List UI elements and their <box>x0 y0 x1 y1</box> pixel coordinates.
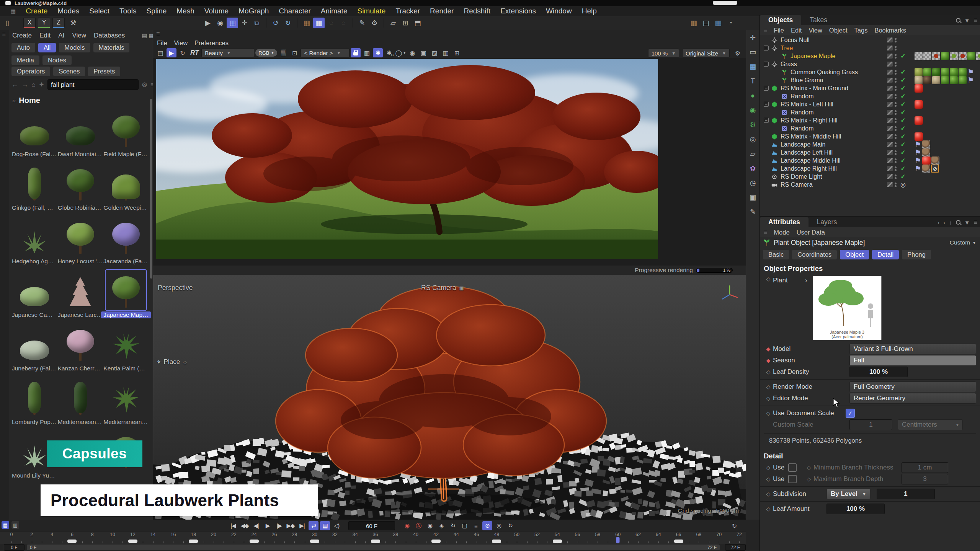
annotation-flag-tag[interactable]: ⚑ <box>915 156 921 165</box>
sparkle-icon[interactable]: ✦ <box>39 80 44 89</box>
param-value[interactable]: 100 % <box>849 367 908 377</box>
enabled-check-icon[interactable]: ✓ <box>898 85 908 92</box>
focus-icon[interactable]: ◉ <box>407 48 417 57</box>
om-menu-icon[interactable]: ≡ <box>974 17 977 24</box>
visibility-dots[interactable] <box>895 134 897 139</box>
asset-mediterranean-cypres[interactable]: Mediterranean Cypres... <box>59 377 102 425</box>
detail-param-value[interactable]: 3 <box>902 474 948 484</box>
home-icon[interactable]: ⌂ <box>31 81 36 89</box>
leaf-amount-value[interactable]: 100 % <box>826 504 885 514</box>
object-rs-camera[interactable]: RS Camera◎ <box>760 181 980 189</box>
filter-presets[interactable]: Presets <box>88 67 120 76</box>
param-value[interactable]: Render Geometry <box>849 393 976 404</box>
camera-picker-icon[interactable]: ▣ <box>459 285 464 291</box>
render-view-menu-view[interactable]: View <box>174 39 188 47</box>
object-random[interactable]: Random✓ <box>760 108 980 116</box>
subdivision-value[interactable]: 1 <box>877 489 935 499</box>
edit-toggle-icon[interactable] <box>887 102 893 107</box>
asset-menu-create[interactable]: Create <box>12 32 32 39</box>
material-swatch-ball-green[interactable] <box>950 68 958 76</box>
filter-models[interactable]: Models <box>59 43 90 52</box>
keyframe-marker[interactable] <box>250 540 259 543</box>
workplane-icon[interactable]: ▱ <box>748 148 758 159</box>
asset-grid-scrollbar[interactable] <box>150 99 152 279</box>
range-slider[interactable]: 0 F 72 F <box>27 544 720 550</box>
axis-button-z[interactable]: Z <box>52 18 65 28</box>
material-swatch-ball-green[interactable] <box>967 52 975 60</box>
material-swatch-ball-olive[interactable] <box>915 68 923 76</box>
subdivision-mode-select[interactable]: By Level▼ <box>826 489 871 499</box>
annotation-flag-tag[interactable]: ⚑ <box>915 140 921 149</box>
menu-select[interactable]: Select <box>89 7 109 15</box>
attr-up-icon[interactable]: ↑ <box>949 219 952 226</box>
menu-tracker[interactable]: Tracker <box>395 7 420 15</box>
visibility-dots[interactable] <box>895 78 897 83</box>
menu-mograph[interactable]: MoGraph <box>238 7 269 15</box>
snap-grid-icon[interactable]: ▦ <box>313 18 325 28</box>
compare-circle-icon[interactable]: ◯▼ <box>395 48 406 57</box>
play-icon[interactable]: ▶ <box>167 48 176 57</box>
edit-toggle-icon[interactable] <box>887 62 893 67</box>
histogram-icon[interactable]: ▥ <box>441 48 451 57</box>
rt-label[interactable]: RT <box>190 49 199 57</box>
material-swatch-ball-tan[interactable] <box>932 76 940 84</box>
grid-icon[interactable]: ▦ <box>301 18 312 28</box>
asset-honey-locust-sunbur[interactable]: Honey Locust 'Sunbur... <box>59 217 102 265</box>
visibility-dots[interactable] <box>895 118 897 123</box>
next-frame-button[interactable]: |▶ <box>274 521 284 530</box>
redshift-material-tag[interactable] <box>915 84 923 93</box>
om-menu-edit[interactable]: Edit <box>791 27 802 34</box>
play-button[interactable]: ▶ <box>263 521 273 530</box>
go-to-start-button[interactable]: |◀ <box>228 521 238 530</box>
viewport-scene[interactable]: Perspective RS Camera ▣ ⌖ Place ◇ Grid s… <box>153 275 746 520</box>
visibility-dots[interactable] <box>895 166 897 171</box>
material-swatch-leaf-green[interactable] <box>950 52 958 60</box>
expand-toggle-icon[interactable]: − <box>764 86 769 91</box>
enabled-check-icon[interactable]: ✓ <box>898 157 908 164</box>
menu-extensions[interactable]: Extensions <box>500 7 536 15</box>
scale-tool-icon[interactable]: ⧉ <box>251 18 263 28</box>
material-swatch-ball-tan[interactable] <box>915 76 923 84</box>
attr-search-icon[interactable] <box>956 220 960 225</box>
visibility-dots[interactable] <box>895 38 897 42</box>
camera-box-icon[interactable]: ▣ <box>748 192 758 203</box>
filter-materials[interactable]: Materials <box>93 43 130 52</box>
om-tab-takes[interactable]: Takes <box>801 15 836 25</box>
menu-tools[interactable]: Tools <box>119 7 136 15</box>
menu-create[interactable]: Create <box>26 7 47 15</box>
material-swatch-ball-green[interactable] <box>923 68 931 76</box>
rotate-cw-icon[interactable]: ↻ <box>282 18 294 28</box>
param-dot[interactable]: ◆ <box>764 357 773 364</box>
visibility-dots[interactable] <box>895 110 897 115</box>
asset-menu-databases[interactable]: Databases <box>94 32 125 39</box>
visibility-dots[interactable] <box>895 46 897 51</box>
param-tab-phong[interactable]: Phong <box>902 250 931 259</box>
snap-compass-icon[interactable]: ◎ <box>748 134 758 145</box>
plant-preview-thumbnail[interactable]: Japanese Maple 3 (Acer palmatum) <box>813 276 882 340</box>
forward-icon[interactable]: → <box>21 81 28 89</box>
object-rs-dome-light[interactable]: RS Dome Light✓ <box>760 173 980 181</box>
camera-target-icon[interactable]: ◎ <box>898 181 908 188</box>
filter-operators[interactable]: Operators <box>11 67 50 76</box>
menu-render[interactable]: Render <box>430 7 454 15</box>
object-rs-matrix-right-hill[interactable]: −RS Matrix - Right Hill✓ <box>760 116 980 124</box>
go-to-end-button[interactable]: ▶| <box>297 521 307 530</box>
axis-gizmo[interactable] <box>719 283 740 305</box>
render-view-menu-file[interactable]: File <box>157 39 167 47</box>
network-user-icon[interactable]: ◔ <box>725 18 736 28</box>
material-swatch-ball-green[interactable] <box>959 76 967 84</box>
object-rs-matrix-left-hill[interactable]: −RS Matrix - Left Hill✓ <box>760 100 980 108</box>
param-dot[interactable]: ◆ <box>764 346 773 352</box>
annotation-flag-tag[interactable]: ⚑ <box>967 68 974 77</box>
paint-flower-icon[interactable]: ✿ <box>748 163 758 174</box>
menu-animate[interactable]: Animate <box>321 7 348 15</box>
solo-refresh-button[interactable]: ↻ <box>505 521 515 530</box>
object-landscape-middle-hill[interactable]: Landscape Middle Hill✓⚑ <box>760 156 980 165</box>
clear-search-icon[interactable]: ⊗ <box>142 80 147 89</box>
attr-menu-icon[interactable]: ≡ <box>974 219 977 226</box>
sound-button[interactable]: ◁) <box>332 521 341 530</box>
zoom-level-select[interactable]: 100 %▼ <box>648 49 679 58</box>
visibility-dots[interactable] <box>895 174 897 179</box>
range-end-field[interactable]: 72 F <box>725 544 746 551</box>
sphere-primitive-icon[interactable]: ● <box>748 90 758 101</box>
